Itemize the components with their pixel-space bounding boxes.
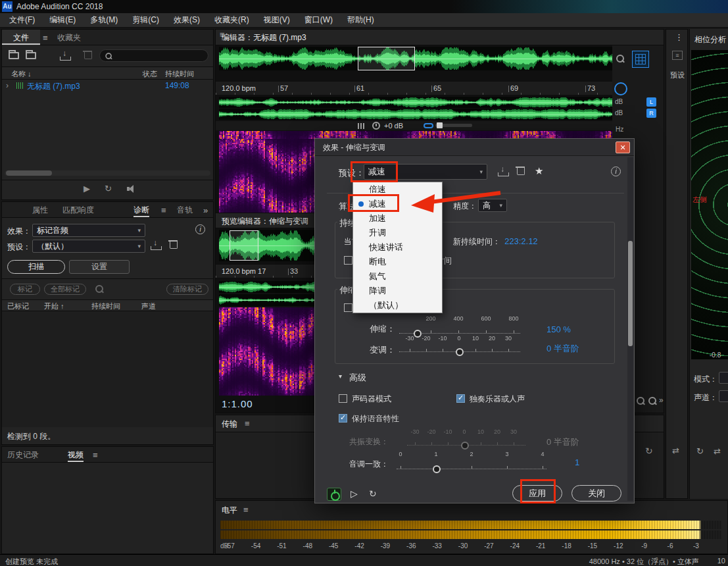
panel-menu-icon[interactable]: ≡ xyxy=(161,205,166,215)
favorite-star-icon[interactable]: ★ xyxy=(535,165,543,177)
channel-right-waveform[interactable] xyxy=(219,109,612,120)
dialog-title[interactable]: 效果 - 伸缩与变调 xyxy=(315,139,634,156)
tab-overflow[interactable]: 音轨 xyxy=(177,202,201,218)
zoom-tool-icon[interactable] xyxy=(616,55,625,63)
effect-select[interactable]: 标记音频▾ xyxy=(32,224,145,237)
mode-select[interactable] xyxy=(719,372,728,384)
search-input[interactable] xyxy=(99,49,208,62)
loop-icon[interactable]: ↻ xyxy=(105,184,112,193)
save-preset-icon[interactable] xyxy=(151,241,160,250)
preset-option[interactable]: 氦气 xyxy=(353,269,442,284)
advanced-chevron-icon[interactable]: ▾ xyxy=(339,373,342,380)
channel-select[interactable] xyxy=(719,390,728,402)
monitor-circle-icon[interactable] xyxy=(614,82,627,95)
menu-item[interactable]: 文件(F) xyxy=(3,14,41,26)
lock-stretch-checkbox[interactable] xyxy=(344,303,352,312)
lock-duration-checkbox[interactable] xyxy=(344,256,352,265)
tab-match-loudness[interactable]: 匹配响度 xyxy=(62,202,94,218)
menu-item[interactable]: 视图(V) xyxy=(257,14,297,26)
coherence-slider[interactable] xyxy=(397,463,546,469)
tab-favorites[interactable]: 收藏夹 xyxy=(57,30,81,45)
mini-scrollbar-thumb[interactable] xyxy=(437,122,443,128)
loop-icon[interactable]: ↻ xyxy=(645,446,653,456)
preset-option[interactable]: （默认） xyxy=(353,298,442,313)
scrollbar-thumb[interactable] xyxy=(6,170,52,176)
overview-selection[interactable] xyxy=(358,47,415,70)
overview-waveform[interactable] xyxy=(219,47,612,70)
dialog-scrollbar[interactable] xyxy=(627,157,633,501)
zoom-out-icon[interactable] xyxy=(648,397,657,405)
preview-play-icon[interactable]: ▷ xyxy=(351,488,358,499)
file-row[interactable]: › 无标题 (7).mp3 149:08 xyxy=(2,80,213,92)
advanced-section-label[interactable]: 高级 xyxy=(349,372,366,384)
preview-selection[interactable] xyxy=(230,230,258,261)
preset-option[interactable]: 断电 xyxy=(353,255,442,269)
link-icon[interactable] xyxy=(424,123,433,128)
zoom-more-icon[interactable]: » xyxy=(659,396,664,405)
import-files-icon[interactable] xyxy=(26,52,36,59)
preview-loop-icon[interactable]: ↻ xyxy=(369,488,377,499)
col-name[interactable]: 名称 ↓ xyxy=(11,69,32,79)
presets-collapsed-tab[interactable]: 预设 xyxy=(670,70,685,80)
autoplay-speaker-icon[interactable] xyxy=(126,185,135,193)
preset-option[interactable]: 升调 xyxy=(353,226,442,240)
col-channel[interactable]: 声道 xyxy=(141,301,156,311)
mini-scrollbar[interactable] xyxy=(435,124,472,127)
tab-properties[interactable]: 属性 xyxy=(32,202,48,218)
menu-item[interactable]: 窗口(W) xyxy=(298,14,339,26)
file-name[interactable]: 无标题 (7).mp3 xyxy=(27,81,80,92)
close-button[interactable]: 关闭 xyxy=(571,485,621,502)
tab-files[interactable]: 文件 xyxy=(2,30,40,45)
tab-diagnostics[interactable]: 诊断 xyxy=(133,202,149,218)
tab-overflow-icon[interactable]: » xyxy=(203,205,208,215)
dialog-preset-select[interactable]: 减速▾ xyxy=(364,164,487,180)
menu-item[interactable]: 剪辑(C) xyxy=(126,14,166,26)
col-duration2[interactable]: 持续时间 xyxy=(91,301,120,311)
loop-icon[interactable]: ↻ xyxy=(696,446,704,456)
scan-button[interactable]: 扫描 xyxy=(7,260,65,274)
menu-item[interactable]: 效果(S) xyxy=(167,14,206,26)
channel-left-button[interactable]: L xyxy=(646,97,656,107)
swap-icon[interactable]: ⇄ xyxy=(714,446,721,456)
preset-option[interactable]: 降调 xyxy=(353,284,442,298)
spectral-view-toggle[interactable] xyxy=(632,51,649,68)
delete-preset-icon[interactable] xyxy=(516,166,525,175)
info-icon[interactable]: i xyxy=(611,167,621,176)
settings-button[interactable]: 设置 xyxy=(69,260,130,274)
markers-list[interactable] xyxy=(2,311,213,427)
expand-icon[interactable]: › xyxy=(6,81,9,90)
volume-value[interactable]: +0 dB xyxy=(384,122,403,130)
menu-item[interactable]: 多轨(M) xyxy=(84,14,124,26)
timeline-ruler[interactable]: 120.0 bpm 57 61 65 69 73 xyxy=(216,81,612,95)
save-preset-icon[interactable] xyxy=(498,167,508,176)
swap-icon[interactable]: ⇄ xyxy=(672,446,679,455)
close-icon[interactable]: ✕ xyxy=(616,142,630,153)
menu-item[interactable]: 收藏夹(R) xyxy=(208,14,256,26)
preserve-checkbox[interactable]: ✓ xyxy=(339,414,347,423)
solo-checkbox[interactable]: ✓ xyxy=(456,394,465,403)
menu-item[interactable]: 帮助(H) xyxy=(341,14,381,26)
clock-icon[interactable] xyxy=(372,122,380,130)
pitch-slider-knob[interactable] xyxy=(456,348,464,356)
panel-menu-icon[interactable]: ≡ xyxy=(93,450,98,460)
power-toggle[interactable] xyxy=(327,488,341,501)
files-hscrollbar[interactable] xyxy=(5,170,210,176)
info-icon[interactable]: i xyxy=(195,224,205,234)
col-marked[interactable]: 已标记 xyxy=(7,301,29,311)
coherence-slider-knob[interactable] xyxy=(433,465,441,473)
vocoder-checkbox[interactable] xyxy=(339,394,347,403)
panel-menu-icon[interactable]: ≡ xyxy=(43,33,48,43)
tab-history[interactable]: 历史记录 xyxy=(7,447,39,463)
preset-option[interactable]: 快速讲话 xyxy=(353,240,442,255)
col-duration[interactable]: 持续时间 xyxy=(165,69,194,79)
channel-left-waveform[interactable] xyxy=(219,97,612,108)
tab-video[interactable]: 视频 xyxy=(68,447,84,463)
panel-menu-icon[interactable]: ≡ xyxy=(245,419,250,428)
dialog-scrollbar-thumb[interactable] xyxy=(628,241,633,346)
open-file-icon[interactable] xyxy=(9,52,19,59)
col-start[interactable]: 开始 ↑ xyxy=(44,301,64,311)
kebab-menu-icon[interactable]: ⋮ xyxy=(675,32,683,42)
channel-right-button[interactable]: R xyxy=(646,109,656,118)
apply-button[interactable]: 应用 xyxy=(512,485,562,502)
panel-menu-icon[interactable]: ≡ xyxy=(672,51,683,60)
